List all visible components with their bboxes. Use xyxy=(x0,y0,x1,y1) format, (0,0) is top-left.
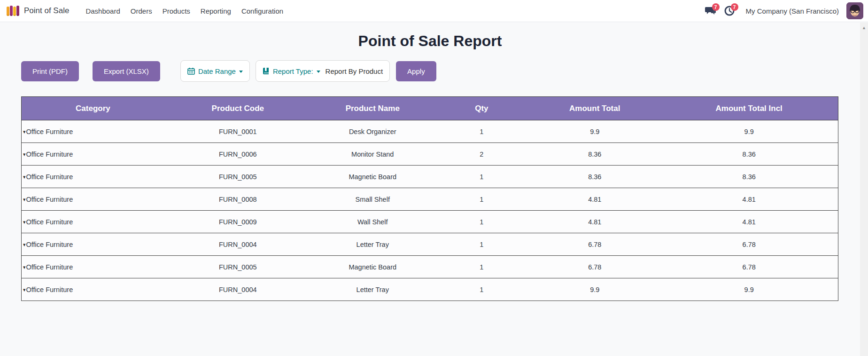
nav-item-reporting[interactable]: Reporting xyxy=(195,4,236,18)
cell-product-code: FURN_0005 xyxy=(164,256,311,278)
nav-item-configuration[interactable]: Configuration xyxy=(236,4,288,18)
cell-product-name: Letter Tray xyxy=(311,233,434,256)
cell-amount-total-incl: 8.36 xyxy=(660,143,838,166)
date-range-dropdown[interactable]: Date Range xyxy=(180,60,250,82)
col-header-product-code: Product Code xyxy=(164,97,311,120)
chevron-down-icon xyxy=(239,71,243,73)
header-row: Category Product Code Product Name Qty A… xyxy=(22,97,838,120)
expand-caret-icon[interactable]: ▾ xyxy=(23,264,26,270)
table-row: ▾Office FurnitureFURN_0005Magnetic Board… xyxy=(22,256,838,278)
nav-item-orders[interactable]: Orders xyxy=(125,4,157,18)
main-menu: Dashboard Orders Products Reporting Conf… xyxy=(80,4,288,18)
cell-amount-total-incl: 9.9 xyxy=(660,278,838,301)
cell-product-code: FURN_0005 xyxy=(164,166,311,188)
cell-amount-total-incl: 6.78 xyxy=(660,256,838,278)
cell-amount-total-incl: 6.78 xyxy=(660,233,838,256)
table-row: ▾Office FurnitureFURN_0008Small Shelf14.… xyxy=(22,188,838,211)
cell-amount-total: 6.78 xyxy=(529,233,660,256)
table-row: ▾Office FurnitureFURN_0001Desk Organizer… xyxy=(22,120,838,143)
cell-product-name: Wall Shelf xyxy=(311,211,434,233)
page-title: Point of Sale Report xyxy=(0,32,860,50)
cell-product-name: Magnetic Board xyxy=(311,166,434,188)
cell-amount-total: 4.81 xyxy=(529,188,660,211)
cell-category[interactable]: ▾Office Furniture xyxy=(22,120,164,143)
report-type-dropdown[interactable]: Report Type: Report By Product xyxy=(256,60,390,82)
report-table-head: Category Product Code Product Name Qty A… xyxy=(22,97,838,120)
cell-qty: 1 xyxy=(434,211,529,233)
cell-category[interactable]: ▾Office Furniture xyxy=(22,256,164,278)
expand-caret-icon[interactable]: ▾ xyxy=(23,151,26,157)
calendar-icon xyxy=(187,67,195,75)
cell-product-code: FURN_0001 xyxy=(164,120,311,143)
cell-qty: 1 xyxy=(434,166,529,188)
col-header-amount-total: Amount Total xyxy=(529,97,660,120)
table-row: ▾Office FurnitureFURN_0004Letter Tray16.… xyxy=(22,233,838,256)
cell-amount-total: 9.9 xyxy=(529,278,660,301)
nav-item-dashboard[interactable]: Dashboard xyxy=(80,4,125,18)
cell-category[interactable]: ▾Office Furniture xyxy=(22,233,164,256)
cell-category[interactable]: ▾Office Furniture xyxy=(22,166,164,188)
cell-category[interactable]: ▾Office Furniture xyxy=(22,143,164,166)
report-type-label: Report Type: xyxy=(273,67,313,75)
vertical-scrollbar[interactable]: ▲ xyxy=(860,23,868,356)
report-table-body: ▾Office FurnitureFURN_0001Desk Organizer… xyxy=(22,120,838,301)
cell-qty: 1 xyxy=(434,278,529,301)
cell-qty: 1 xyxy=(434,120,529,143)
cell-amount-total: 9.9 xyxy=(529,120,660,143)
cell-qty: 1 xyxy=(434,256,529,278)
expand-caret-icon[interactable]: ▾ xyxy=(23,197,26,202)
expand-caret-icon[interactable]: ▾ xyxy=(23,287,26,293)
print-pdf-button[interactable]: Print (PDF) xyxy=(21,61,79,81)
cell-product-code: FURN_0004 xyxy=(164,233,311,256)
col-header-product-name: Product Name xyxy=(311,97,434,120)
col-header-qty: Qty xyxy=(434,97,529,120)
messages-button[interactable]: 7 xyxy=(703,3,719,19)
col-header-amount-total-incl: Amount Total Incl xyxy=(660,97,838,120)
activities-button[interactable]: 7 xyxy=(721,3,737,19)
cell-product-code: FURN_0008 xyxy=(164,188,311,211)
apply-button[interactable]: Apply xyxy=(396,61,436,81)
cell-amount-total: 6.78 xyxy=(529,256,660,278)
report-toolbar: Print (PDF) Export (XLSX) Date Range Rep… xyxy=(21,60,868,82)
cell-product-code: FURN_0004 xyxy=(164,278,311,301)
col-header-category: Category xyxy=(22,97,164,120)
expand-caret-icon[interactable]: ▾ xyxy=(23,219,26,225)
app-name[interactable]: Point of Sale xyxy=(24,6,69,16)
cell-qty: 1 xyxy=(434,188,529,211)
nav-item-products[interactable]: Products xyxy=(157,4,195,18)
cell-category[interactable]: ▾Office Furniture xyxy=(22,211,164,233)
cell-product-name: Magnetic Board xyxy=(311,256,434,278)
nav-right: 7 7 My Company (San Francisco) xyxy=(703,2,863,19)
date-range-label: Date Range xyxy=(198,67,236,75)
pos-app-logo-icon[interactable] xyxy=(7,6,19,16)
expand-caret-icon[interactable]: ▾ xyxy=(23,242,26,247)
export-xlsx-button[interactable]: Export (XLSX) xyxy=(93,61,160,81)
company-switcher[interactable]: My Company (San Francisco) xyxy=(746,7,839,15)
cell-qty: 1 xyxy=(434,233,529,256)
expand-caret-icon[interactable]: ▾ xyxy=(23,174,26,180)
activities-badge: 7 xyxy=(731,3,738,11)
cell-amount-total-incl: 9.9 xyxy=(660,120,838,143)
messages-badge: 7 xyxy=(712,3,720,11)
table-row: ▾Office FurnitureFURN_0005Magnetic Board… xyxy=(22,166,838,188)
cell-category[interactable]: ▾Office Furniture xyxy=(22,188,164,211)
cell-amount-total: 8.36 xyxy=(529,166,660,188)
cell-amount-total: 4.81 xyxy=(529,211,660,233)
user-avatar[interactable] xyxy=(846,2,863,19)
cell-category[interactable]: ▾Office Furniture xyxy=(22,278,164,301)
top-navbar: Point of Sale Dashboard Orders Products … xyxy=(0,0,868,22)
table-row: ▾Office FurnitureFURN_0006Monitor Stand2… xyxy=(22,143,838,166)
cell-product-code: FURN_0009 xyxy=(164,211,311,233)
cell-product-name: Letter Tray xyxy=(311,278,434,301)
scroll-up-arrow-icon[interactable]: ▲ xyxy=(862,26,866,356)
expand-caret-icon[interactable]: ▾ xyxy=(23,129,26,134)
report-type-value: Report By Product xyxy=(326,67,383,75)
table-row: ▾Office FurnitureFURN_0009Wall Shelf14.8… xyxy=(22,211,838,233)
cell-product-name: Monitor Stand xyxy=(311,143,434,166)
avatar-face-icon xyxy=(846,2,863,19)
cell-product-name: Desk Organizer xyxy=(311,120,434,143)
cell-amount-total-incl: 4.81 xyxy=(660,188,838,211)
cell-amount-total-incl: 4.81 xyxy=(660,211,838,233)
chevron-down-icon xyxy=(317,71,320,73)
cell-amount-total-incl: 8.36 xyxy=(660,166,838,188)
